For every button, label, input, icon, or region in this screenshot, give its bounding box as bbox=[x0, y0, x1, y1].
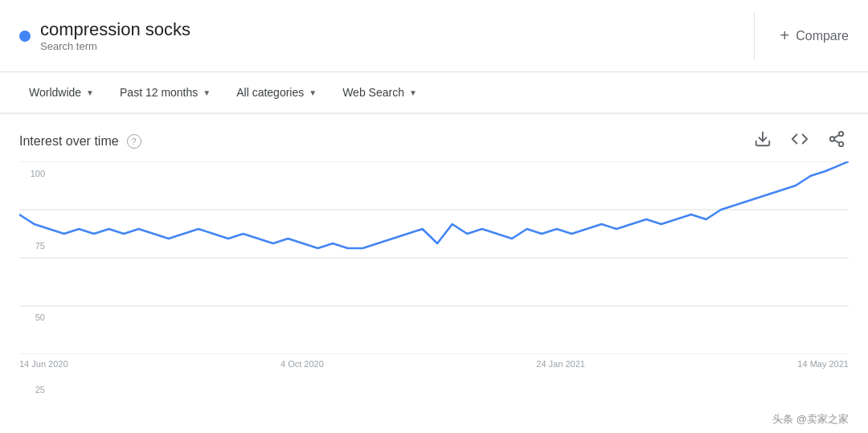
compare-label: Compare bbox=[796, 29, 849, 43]
term-label: Search term bbox=[40, 40, 190, 52]
help-icon[interactable]: ? bbox=[127, 134, 141, 149]
period-label: Past 12 months bbox=[120, 86, 198, 99]
term-name: compression socks bbox=[40, 19, 190, 40]
region-label: Worldwide bbox=[29, 86, 81, 99]
watermark: 头条 @卖家之家 bbox=[772, 412, 849, 427]
chart-body: 100 75 50 25 14 Jun 2020 4 Oct bbox=[19, 161, 849, 369]
header: compression socks Search term + Compare bbox=[0, 0, 868, 72]
period-chevron-icon: ▼ bbox=[203, 88, 211, 97]
period-filter[interactable]: Past 12 months ▼ bbox=[110, 81, 220, 104]
x-label-jun2020: 14 Jun 2020 bbox=[19, 359, 68, 369]
blue-dot-indicator bbox=[19, 31, 31, 42]
type-label: Web Search bbox=[342, 86, 404, 99]
trend-line bbox=[19, 161, 849, 248]
plus-icon: + bbox=[780, 27, 790, 45]
search-term-text: compression socks Search term bbox=[40, 19, 190, 52]
download-icon bbox=[754, 130, 772, 148]
category-chevron-icon: ▼ bbox=[309, 88, 317, 97]
code-icon bbox=[791, 130, 809, 148]
type-filter[interactable]: Web Search ▼ bbox=[333, 81, 427, 104]
type-chevron-icon: ▼ bbox=[409, 88, 417, 97]
share-icon bbox=[828, 130, 845, 148]
x-label-may2021: 14 May 2021 bbox=[797, 359, 849, 369]
x-label-jan2021: 24 Jan 2021 bbox=[536, 359, 585, 369]
search-term-section: compression socks Search term bbox=[19, 19, 728, 52]
svg-line-5 bbox=[834, 135, 839, 138]
chart-title: Interest over time bbox=[19, 134, 119, 149]
region-chevron-icon: ▼ bbox=[86, 88, 94, 97]
header-divider bbox=[754, 12, 755, 60]
chart-actions bbox=[751, 127, 849, 155]
category-label: All categories bbox=[236, 86, 304, 99]
filters-bar: Worldwide ▼ Past 12 months ▼ All categor… bbox=[0, 72, 868, 114]
compare-section[interactable]: + Compare bbox=[780, 27, 850, 45]
svg-chart-container: 14 Jun 2020 4 Oct 2020 24 Jan 2021 14 Ma… bbox=[19, 161, 849, 369]
y-label-25: 25 bbox=[35, 386, 45, 394]
svg-line-4 bbox=[834, 140, 839, 143]
share-button[interactable] bbox=[825, 127, 849, 155]
region-filter[interactable]: Worldwide ▼ bbox=[19, 81, 104, 104]
chart-svg bbox=[19, 161, 849, 354]
x-label-oct2020: 4 Oct 2020 bbox=[280, 359, 324, 369]
chart-section: Interest over time ? bbox=[0, 114, 868, 369]
chart-title-area: Interest over time ? bbox=[19, 134, 141, 149]
chart-header: Interest over time ? bbox=[19, 127, 849, 155]
embed-button[interactable] bbox=[788, 127, 812, 155]
x-axis-labels: 14 Jun 2020 4 Oct 2020 24 Jan 2021 14 Ma… bbox=[19, 354, 849, 369]
download-button[interactable] bbox=[751, 127, 775, 155]
category-filter[interactable]: All categories ▼ bbox=[227, 81, 326, 104]
